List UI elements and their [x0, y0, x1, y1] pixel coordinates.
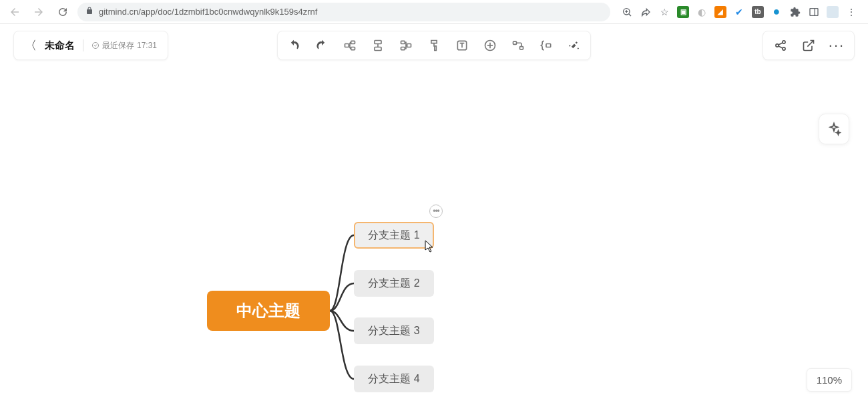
forward-button[interactable]: [29, 3, 48, 21]
connection-lines: [0, 67, 868, 401]
svg-rect-9: [351, 47, 355, 50]
extension-icon[interactable]: ◢: [714, 6, 726, 18]
floating-widget-button[interactable]: [819, 114, 849, 144]
branch-label: 分支主题 2: [368, 277, 419, 291]
svg-rect-11: [375, 47, 381, 51]
save-status: 最近保存 17:31: [91, 40, 157, 51]
share-page-icon[interactable]: [640, 6, 652, 18]
svg-rect-15: [401, 47, 405, 50]
open-external-button[interactable]: [801, 37, 817, 53]
save-label: 最近保存: [102, 40, 134, 51]
branch-label: 分支主题 1: [368, 229, 419, 243]
add-child-node-button[interactable]: [342, 37, 358, 53]
check-circle-icon: [91, 41, 99, 49]
extension-icon[interactable]: ▣: [677, 6, 689, 18]
branch-label: 分支主题 4: [368, 372, 419, 386]
node-menu-button[interactable]: •••: [429, 205, 443, 218]
ai-magic-button[interactable]: [566, 37, 582, 53]
browser-actions: ☆ ▣ ◐ ◢ ✔ tb ● ⋮: [616, 6, 863, 18]
central-topic-node[interactable]: 中心主题: [207, 291, 330, 331]
branch-node[interactable]: 分支主题 4: [354, 366, 434, 392]
extension-icon[interactable]: tb: [752, 6, 764, 18]
document-title[interactable]: 未命名: [45, 39, 75, 52]
sparkle-icon: [827, 122, 841, 136]
zoom-indicator-icon[interactable]: [621, 6, 633, 18]
address-bar[interactable]: gitmind.cn/app/doc/1dzmbif1bc0cnwdwqynlk…: [77, 3, 610, 21]
more-menu-button[interactable]: ···: [829, 37, 845, 53]
back-chevron-icon[interactable]: 〈: [25, 37, 37, 53]
browser-chrome: gitmind.cn/app/doc/1dzmbif1bc0cnwdwqynlk…: [0, 0, 868, 24]
app-header: 〈 未命名 最近保存 17:31 ···: [0, 24, 868, 67]
back-button[interactable]: [5, 3, 24, 21]
svg-rect-4: [810, 8, 818, 15]
extensions-puzzle-icon[interactable]: [789, 6, 801, 18]
svg-rect-7: [345, 44, 349, 47]
svg-rect-14: [401, 41, 405, 43]
text-button[interactable]: [454, 37, 470, 53]
branch-label: 分支主题 3: [368, 324, 419, 338]
lock-icon: [85, 7, 93, 17]
svg-rect-8: [351, 41, 355, 43]
add-parent-node-button[interactable]: [398, 37, 414, 53]
undo-button[interactable]: [286, 37, 302, 53]
summary-button[interactable]: [538, 37, 554, 53]
svg-point-6: [93, 43, 99, 49]
central-topic-label: 中心主题: [236, 300, 300, 321]
svg-line-3: [629, 13, 631, 15]
panel-icon[interactable]: [808, 6, 820, 18]
main-toolbar: [277, 31, 591, 60]
branch-node[interactable]: 分支主题 2: [354, 270, 434, 297]
right-actions: ···: [763, 31, 855, 60]
profile-avatar[interactable]: [827, 6, 839, 18]
reload-button[interactable]: [53, 3, 72, 21]
share-button[interactable]: [773, 37, 789, 53]
document-title-box: 〈 未命名 最近保存 17:31: [13, 31, 168, 60]
svg-rect-20: [513, 41, 517, 44]
zoom-value: 110%: [817, 374, 842, 386]
format-paint-button[interactable]: [426, 37, 442, 53]
save-time: 17:31: [137, 41, 157, 50]
svg-rect-22: [546, 44, 551, 47]
bookmark-star-icon[interactable]: ☆: [658, 6, 670, 18]
divider: [83, 39, 83, 51]
redo-button[interactable]: [314, 37, 330, 53]
add-sibling-node-button[interactable]: [370, 37, 386, 53]
url-text: gitmind.cn/app/doc/1dzmbif1bc0cnwdwqynlk…: [99, 7, 317, 17]
svg-line-27: [779, 46, 783, 48]
branch-node[interactable]: 分支主题 3: [354, 317, 434, 344]
svg-rect-13: [407, 44, 411, 47]
chrome-menu-icon[interactable]: ⋮: [845, 6, 857, 18]
svg-rect-21: [520, 47, 523, 49]
extension-icon[interactable]: ●: [771, 6, 783, 18]
branch-node[interactable]: 分支主题 1: [354, 222, 434, 249]
relation-button[interactable]: [510, 37, 526, 53]
mindmap-canvas[interactable]: 中心主题 分支主题 1 ••• 分支主题 2 分支主题 3 分支主题 4: [0, 67, 868, 401]
svg-rect-10: [375, 41, 381, 44]
extension-icon[interactable]: ◐: [696, 6, 708, 18]
zoom-level[interactable]: 110%: [807, 368, 852, 392]
add-button[interactable]: [482, 37, 498, 53]
extension-icon[interactable]: ✔: [733, 6, 745, 18]
svg-line-26: [779, 43, 783, 45]
